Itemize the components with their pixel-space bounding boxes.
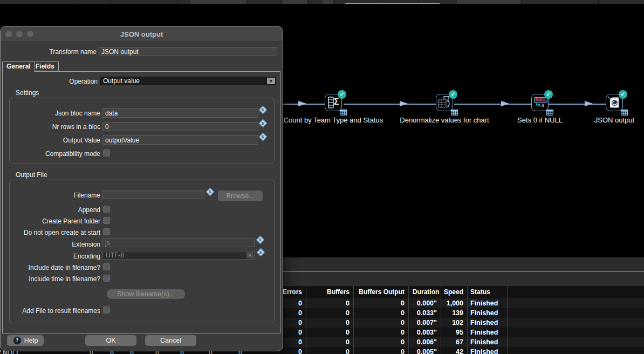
sigma-icon: Σ <box>334 98 339 106</box>
cell-status: Finished <box>470 298 508 308</box>
do-not-open-label: Do not open create at start <box>1 229 100 236</box>
cell-speed: 42 <box>444 347 463 354</box>
ok-button[interactable]: OK <box>85 335 136 346</box>
transform-node-count-by-team-type-and-status[interactable]: Σ ✓ Count by Team Type and Status <box>325 94 342 111</box>
cell-speed: 1,000 <box>444 298 463 308</box>
include-date-checkbox[interactable] <box>103 263 110 270</box>
hop-line <box>344 104 436 105</box>
hop-arrow-icon <box>585 101 593 106</box>
cell-duration: 0.033" <box>413 308 437 318</box>
cell-status: Finished <box>470 318 508 328</box>
cell-duration: 0.005" <box>413 347 437 354</box>
column-header-duration[interactable]: Duration <box>413 286 437 298</box>
column-separator <box>441 286 441 354</box>
cell-buffers-input: 0 <box>310 308 350 318</box>
append-checkbox[interactable] <box>103 206 110 213</box>
include-date-label: Include date in filename? <box>1 264 100 271</box>
do-not-open-checkbox[interactable] <box>103 228 110 235</box>
cell-status: Finished <box>470 347 508 354</box>
show-filenames-button[interactable]: Show filename(s)... <box>107 289 185 299</box>
node-label: Denormalize values for chart <box>400 116 489 124</box>
toolbar-strip <box>0 0 644 4</box>
compatibility-mode-checkbox[interactable] <box>103 149 110 156</box>
help-icon: ? <box>13 336 22 345</box>
help-button-label: Help <box>24 337 38 344</box>
cell-speed: 67 <box>444 337 463 347</box>
include-time-checkbox[interactable] <box>103 275 110 282</box>
json-bloc-name-label: Json bloc name <box>1 110 100 117</box>
output-value-label: Output Value <box>1 137 100 144</box>
dialog-title: JSON output <box>1 26 283 42</box>
cell-duration: 0.007" <box>413 318 437 328</box>
transform-name-input[interactable] <box>99 47 277 56</box>
append-label: Append <box>1 206 100 214</box>
cell-duration: 0.006" <box>413 337 437 347</box>
column-header-buffers-output[interactable]: Buffers Output <box>358 286 405 298</box>
encoding-select[interactable]: UTF-8 ▼ <box>102 251 255 260</box>
filename-input[interactable] <box>102 190 204 199</box>
column-separator <box>408 286 409 354</box>
column-header-status[interactable]: Status <box>470 286 508 298</box>
cell-buffers-output: 0 <box>358 318 405 328</box>
nr-rows-input[interactable] <box>102 122 258 131</box>
filename-label: Filename <box>1 192 100 199</box>
cell-buffers-output: 0 <box>358 328 405 337</box>
json-bloc-name-input[interactable] <box>102 108 258 118</box>
node-label: Sets 0 if NULL <box>517 116 563 124</box>
cancel-button[interactable]: Cancel <box>145 335 196 346</box>
column-separator <box>306 286 306 354</box>
help-button[interactable]: ? Help <box>7 335 44 346</box>
output-file-group-label: Output File <box>16 172 47 179</box>
cell-buffers-input: 0 <box>310 318 350 328</box>
tab-fields[interactable]: Fields <box>31 62 59 71</box>
cell-status: Finished <box>470 337 508 347</box>
application-window: Σ ✓ Count by Team Type and Status <box>0 0 644 354</box>
column-separator <box>353 286 354 354</box>
dropdown-arrow-icon[interactable]: ▼ <box>246 252 254 258</box>
operation-select[interactable]: Output value ▼ <box>100 77 276 85</box>
data-grid-icon <box>451 110 458 115</box>
data-grid-icon <box>546 110 553 115</box>
cell-buffers-input: 0 <box>310 337 350 347</box>
data-grid-icon <box>621 110 628 115</box>
extension-input[interactable] <box>102 239 255 247</box>
node-label: JSON output <box>594 116 634 124</box>
cell-buffers-output: 0 <box>358 298 405 308</box>
success-check-badge-icon: ✓ <box>544 90 553 99</box>
transform-node-sets-0-if-null[interactable]: NULL x ✓ Sets 0 if NULL <box>531 94 549 111</box>
column-header-buffers-input[interactable]: Buffers Input <box>310 286 350 298</box>
cell-status: Finished <box>470 308 508 318</box>
hop-line <box>549 104 606 105</box>
operation-value: Output value <box>103 77 140 85</box>
browse-button[interactable]: Browse... <box>218 190 263 201</box>
transform-node-json-output[interactable]: ✓ JSON output <box>606 94 623 111</box>
add-file-to-result-label: Add File to result filenames <box>1 307 100 315</box>
settings-group-label: Settings <box>16 90 39 97</box>
cell-duration: 0.000" <box>413 298 437 308</box>
tab-general[interactable]: General <box>2 62 35 72</box>
success-check-badge-icon: ✓ <box>449 90 457 99</box>
hop-arrow-icon <box>501 101 509 106</box>
encoding-label: Encoding <box>1 253 100 260</box>
cell-buffers-input: 0 <box>310 328 350 337</box>
nr-rows-label: Nr rows in a bloc <box>1 123 100 131</box>
cell-buffers-output: 0 <box>358 347 405 354</box>
x-variable-icon: x <box>542 101 544 108</box>
create-parent-folder-checkbox[interactable] <box>103 217 110 224</box>
json-output-dialog: JSON output Transform name General Field… <box>0 26 283 351</box>
column-header-speed[interactable]: Speed <box>444 286 463 298</box>
extension-label: Extension <box>1 241 100 248</box>
cell-speed: 102 <box>444 318 463 328</box>
transform-node-denormalize-values-for-chart[interactable]: ✓ Denormalize values for chart <box>436 94 453 111</box>
data-grid-icon <box>340 110 347 115</box>
dropdown-arrow-icon[interactable]: ▼ <box>267 78 275 84</box>
encoding-value: UTF-8 <box>106 251 124 259</box>
cell-duration: 0.003" <box>413 328 437 337</box>
compatibility-mode-label: Compatibility mode <box>1 150 100 158</box>
cell-buffers-input: 0 <box>310 298 350 308</box>
dialog-titlebar[interactable]: JSON output <box>1 26 283 42</box>
hop-arrow-icon <box>400 101 408 106</box>
add-file-to-result-checkbox[interactable] <box>103 307 110 314</box>
success-check-badge-icon: ✓ <box>338 90 346 99</box>
output-value-input[interactable] <box>102 135 258 145</box>
